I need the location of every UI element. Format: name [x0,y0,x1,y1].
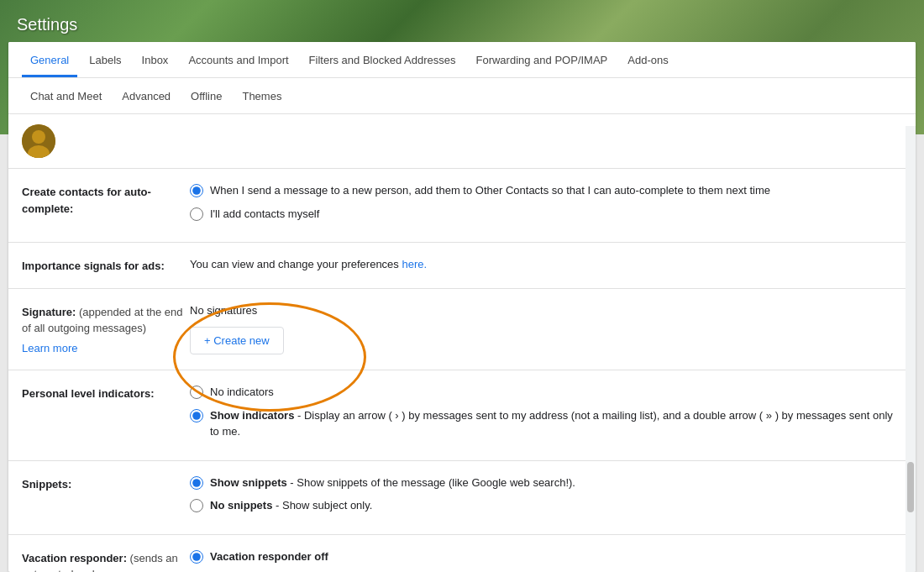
create-contacts-label1[interactable]: When I send a message to a new person, a… [210,182,770,199]
vacation-responder-label-text: Vacation responder: [22,552,127,564]
snippets-rest1: - Show snippets of the message (like Goo… [287,476,575,489]
main-container: General Labels Inbox Accounts and Import… [0,42,924,572]
snippets-strong1: Show snippets [210,476,287,489]
personal-level-option1: No indicators [190,384,902,401]
snippets-option1: Show snippets - Show snippets of the mes… [190,475,902,491]
snippets-option2: No snippets - Show subject only. [190,497,902,514]
create-contacts-content: When I send a message to a new person, a… [190,182,902,228]
signature-label-text: Signature: [22,306,76,318]
signature-learn-more[interactable]: Learn more [22,340,190,357]
snippets-strong2: No snippets [210,499,272,512]
tab-labels[interactable]: Labels [81,42,129,77]
tab-general[interactable]: General [22,42,77,77]
vacation-responder-label: Vacation responder: (sends an automated … [22,548,190,573]
create-new-signature-button[interactable]: + Create new [190,327,284,354]
importance-signals-label: Importance signals for ads: [22,256,190,275]
create-contacts-label2[interactable]: I'll add contacts myself [210,206,319,223]
vacation-responder-option1: Vacation responder off [190,548,902,565]
create-contacts-option1: When I send a message to a new person, a… [190,182,902,199]
content-area: Create contacts for auto-complete: When … [8,169,916,572]
tab-offline[interactable]: Offline [182,78,230,113]
personal-level-label2[interactable]: Show indicators - Display an arrow ( › )… [210,407,902,440]
tab-inbox[interactable]: Inbox [134,42,177,77]
personal-level-label1[interactable]: No indicators [210,384,274,401]
create-contacts-radio1[interactable] [190,184,203,197]
svg-point-1 [32,130,45,144]
personal-level-content: No indicators Show indicators - Display … [190,384,902,447]
tab-themes[interactable]: Themes [234,78,290,113]
snippets-rest2: - Show subject only. [272,499,372,512]
importance-signals-link[interactable]: here. [402,258,427,270]
personal-level-radio1[interactable] [190,386,203,399]
vacation-responder-content: Vacation responder off [190,548,902,572]
personal-level-rest: - Display an arrow ( › ) by messages sen… [210,409,893,438]
create-contacts-row: Create contacts for auto-complete: When … [8,169,916,243]
create-contacts-radio2[interactable] [190,207,203,221]
tabs-row-2: Chat and Meet Advanced Offline Themes [8,78,916,114]
importance-signals-text: You can view and change your preferences [190,258,402,270]
snippets-label1[interactable]: Show snippets - Show snippets of the mes… [210,475,575,491]
avatar-area [8,114,916,169]
snippets-row: Snippets: Show snippets - Show snippets … [8,461,916,535]
personal-level-radio2[interactable] [190,409,203,422]
avatar [22,124,55,158]
snippets-label: Snippets: [22,475,190,493]
vacation-responder-radio1[interactable] [190,550,203,564]
personal-level-strong: Show indicators [210,409,294,422]
create-contacts-option2: I'll add contacts myself [190,206,902,223]
vacation-responder-row: Vacation responder: (sends an automated … [8,535,916,573]
tabs-row-1: General Labels Inbox Accounts and Import… [8,42,916,78]
importance-signals-content: You can view and change your preferences… [190,256,902,273]
scrollbar-thumb[interactable] [907,462,914,512]
tab-filters-blocked[interactable]: Filters and Blocked Addresses [301,42,465,77]
vacation-responder-strong: Vacation responder off [210,550,328,563]
snippets-radio2[interactable] [190,499,203,512]
tab-accounts-import[interactable]: Accounts and Import [180,42,297,77]
scrollbar[interactable] [906,126,916,572]
no-signatures-text: No signatures [190,302,902,319]
snippets-content: Show snippets - Show snippets of the mes… [190,475,902,521]
signature-section: No signatures + Create new [190,302,902,355]
signature-label: Signature: (appended at the end of all o… [22,302,190,357]
personal-level-label: Personal level indicators: [22,384,190,402]
importance-signals-row: Importance signals for ads: You can view… [8,243,916,289]
personal-level-option2: Show indicators - Display an arrow ( › )… [190,407,902,440]
signature-row: Signature: (appended at the end of all o… [8,289,916,371]
signature-content: No signatures + Create new [190,302,902,355]
snippets-label2[interactable]: No snippets - Show subject only. [210,497,372,514]
snippets-radio1[interactable] [190,476,203,490]
tab-advanced[interactable]: Advanced [113,78,179,113]
settings-panel: General Labels Inbox Accounts and Import… [8,42,916,572]
create-contacts-label: Create contacts for auto-complete: [22,182,190,217]
personal-level-row: Personal level indicators: No indicators… [8,370,916,461]
tab-forwarding-pop-imap[interactable]: Forwarding and POP/IMAP [467,42,616,77]
tab-chat-meet[interactable]: Chat and Meet [22,78,110,113]
vacation-responder-label1[interactable]: Vacation responder off [210,548,328,565]
page-title: Settings [17,15,77,34]
tab-add-ons[interactable]: Add-ons [619,42,676,77]
